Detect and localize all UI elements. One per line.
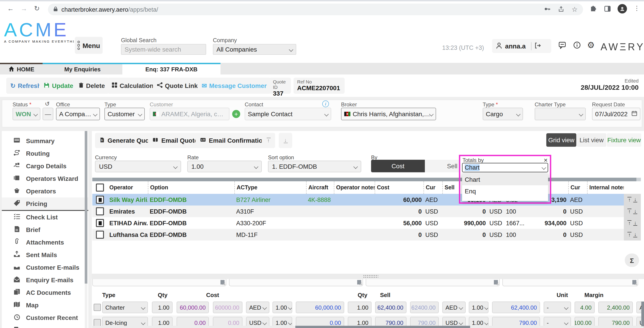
email-quote-button[interactable]: Email Quote bbox=[148, 133, 202, 148]
calendar-icon[interactable] bbox=[632, 110, 637, 118]
totals-row-checkbox[interactable] bbox=[94, 319, 101, 326]
hscroll-track-4[interactable] bbox=[502, 279, 638, 286]
by-cost-toggle[interactable]: Cost bbox=[371, 160, 425, 172]
side-panel-icon[interactable] bbox=[604, 6, 611, 14]
status-select[interactable]: WON bbox=[12, 108, 40, 120]
company-select[interactable]: All Companies bbox=[213, 44, 296, 55]
move-to-top-button[interactable]: ↑ bbox=[262, 133, 275, 148]
share-icon[interactable] bbox=[558, 6, 564, 13]
feedback-chat-icon[interactable] bbox=[558, 41, 566, 50]
row-checkbox[interactable] bbox=[96, 231, 104, 239]
browser-avatar[interactable] bbox=[618, 4, 627, 14]
sell-raw-input[interactable]: 62400.00 bbox=[410, 301, 439, 313]
browser-forward-icon[interactable]: → bbox=[20, 5, 27, 12]
history-icon[interactable]: ↺ bbox=[45, 100, 50, 107]
sidebar-item-customer-recent[interactable]: Customer Recent bbox=[2, 311, 88, 324]
clear-status-button[interactable]: — bbox=[42, 108, 53, 120]
pricing-row-4[interactable]: Lufthansa Ca... EDDF-OMDB MD-11F 0 USD 0… bbox=[92, 229, 641, 241]
hscroll-track-3[interactable] bbox=[366, 279, 500, 286]
sidebar-item-check-list[interactable]: Check List bbox=[2, 211, 88, 223]
move-to-bottom-button[interactable]: ↓ bbox=[279, 133, 292, 148]
cost-rate-select[interactable]: 1.00 bbox=[272, 301, 292, 313]
totals-row-checkbox[interactable] bbox=[94, 304, 101, 311]
currency-select[interactable]: USD bbox=[95, 161, 181, 172]
global-search-input[interactable]: System-wide search bbox=[121, 44, 206, 55]
totals-by-option-enq[interactable]: Enq bbox=[462, 185, 548, 197]
margin-field[interactable]: 2,400.00 bbox=[598, 301, 633, 313]
qty-input[interactable]: 1.00 bbox=[152, 301, 172, 313]
calculation-button[interactable]: Calculation bbox=[108, 78, 158, 94]
unit-select[interactable]: - bbox=[544, 301, 571, 313]
pricing-row-1[interactable]: Silk Way Airli... EDDF-OMDB B727 Airline… bbox=[92, 194, 641, 206]
sidebar-item-brief[interactable]: Brief bbox=[2, 223, 88, 236]
row-to-top-icon[interactable]: ↑ bbox=[628, 209, 632, 214]
broker-select[interactable]: Chris Harris, Afghanistan, othe bbox=[341, 108, 436, 120]
pricing-row-3[interactable]: ETIHAD Airw... EDDF-OMDB A330-200F 56,00… bbox=[92, 217, 641, 229]
hscroll-track-2[interactable] bbox=[229, 279, 363, 286]
row-checkbox[interactable] bbox=[96, 219, 104, 227]
totals-sigma-button[interactable]: Σ bbox=[625, 254, 639, 267]
browser-menu-kebab-icon[interactable]: ⋮ bbox=[634, 5, 640, 12]
sidebar-item-map[interactable]: Map bbox=[2, 299, 88, 311]
sort-option-select[interactable]: 1. EDDF-OMDB bbox=[268, 161, 361, 172]
row-checkbox[interactable] bbox=[96, 207, 104, 215]
sidebar-item-cargo-details[interactable]: Cargo Details bbox=[2, 160, 88, 172]
row-to-bottom-icon[interactable]: ↓ bbox=[633, 232, 637, 238]
row-to-top-icon[interactable]: ↑ bbox=[628, 220, 632, 226]
hscroll-track-1[interactable] bbox=[92, 279, 226, 286]
sidebar-item-similar-route[interactable]: Similar Route bbox=[2, 324, 88, 328]
row-checkbox[interactable] bbox=[96, 196, 104, 204]
add-customer-button[interactable]: + bbox=[232, 110, 240, 118]
cost-currency-select[interactable]: AED bbox=[246, 301, 269, 313]
close-icon[interactable]: × bbox=[544, 156, 548, 164]
browser-reload-icon[interactable]: ↻ bbox=[34, 5, 40, 13]
key-icon[interactable] bbox=[544, 6, 550, 13]
sell-rate-select[interactable]: 1.00 bbox=[469, 301, 488, 313]
customer-input[interactable]: ARAMEX, Algeria, custon bbox=[150, 108, 230, 120]
cost-raw-input[interactable]: 60000.00 bbox=[213, 301, 242, 313]
sidebar-item-sent-mails[interactable]: Sent Mails bbox=[2, 249, 88, 261]
row-to-bottom-icon[interactable]: ↓ bbox=[633, 220, 637, 226]
row-to-bottom-icon[interactable]: ↓ bbox=[633, 197, 637, 203]
margin-pct-field[interactable]: 4.00 bbox=[574, 301, 595, 313]
list-view-button[interactable]: List view bbox=[577, 133, 606, 147]
sell-qty-input[interactable]: 1.00 bbox=[348, 301, 372, 313]
sidebar-item-attachments[interactable]: Attachments bbox=[2, 236, 88, 249]
bookmark-star-icon[interactable]: ☆ bbox=[572, 6, 578, 14]
grid-view-button[interactable]: Grid view bbox=[546, 133, 576, 147]
panel-drag-handle[interactable] bbox=[363, 275, 378, 278]
sidebar-item-summary[interactable]: Summary bbox=[2, 135, 88, 147]
sell-input[interactable]: 62,400.00 bbox=[375, 301, 406, 313]
quote-link-button[interactable]: Quote Link bbox=[153, 78, 202, 94]
totals-by-option-chart[interactable]: Chart bbox=[462, 174, 548, 185]
charge-type-select[interactable]: Charter bbox=[102, 301, 148, 313]
totals-vscroll-thumb[interactable] bbox=[641, 301, 644, 326]
contact-select[interactable]: Sample Contact bbox=[245, 108, 331, 120]
resize-corner[interactable] bbox=[496, 283, 499, 285]
row-to-top-icon[interactable]: ↑ bbox=[628, 232, 632, 238]
tab-home[interactable]: HOME bbox=[0, 63, 42, 74]
bottom-scrollbar-track[interactable] bbox=[92, 326, 641, 328]
tab-my-enquiries[interactable]: My Enquiries bbox=[42, 63, 122, 74]
sidebar-item-operators[interactable]: Operators bbox=[2, 185, 88, 198]
request-date-input[interactable]: 07/Jul/2022 bbox=[592, 108, 640, 120]
user-chip[interactable]: anna.a bbox=[492, 39, 551, 53]
sidebar-item-customer-emails[interactable]: Customer E-mails bbox=[2, 261, 88, 274]
menu-button[interactable]: Menu bbox=[75, 37, 103, 54]
sell-currency-select[interactable]: AED bbox=[442, 301, 466, 313]
sidebar-scrollbar-thumb[interactable] bbox=[85, 131, 88, 284]
info-icon[interactable] bbox=[573, 41, 581, 50]
row-to-bottom-icon[interactable]: ↓ bbox=[633, 209, 637, 214]
cargo-type-select[interactable]: Cargo bbox=[483, 108, 523, 120]
sidebar-item-ac-documents[interactable]: AC Documents bbox=[2, 286, 88, 299]
rate-select[interactable]: 1.00 bbox=[187, 161, 262, 172]
sidebar-item-operators-wizard[interactable]: Operators Wizard bbox=[2, 172, 88, 185]
fixture-view-button[interactable]: Fixture view bbox=[607, 133, 641, 147]
table-top-scrollbar-track[interactable] bbox=[92, 178, 641, 181]
resize-corner[interactable] bbox=[223, 283, 226, 285]
resize-corner[interactable] bbox=[360, 283, 362, 285]
logout-icon[interactable] bbox=[534, 42, 541, 50]
email-confirmation-button[interactable]: $ Email Confirmation bbox=[196, 133, 271, 148]
select-all-checkbox[interactable] bbox=[96, 184, 104, 192]
message-customer-button[interactable]: ✉Message Customer bbox=[198, 78, 271, 94]
